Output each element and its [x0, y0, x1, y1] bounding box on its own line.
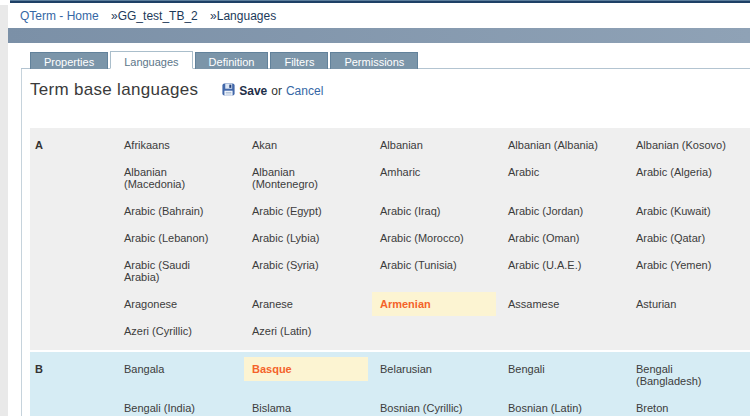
language-item[interactable]: Arabic (Bahrain) — [124, 205, 232, 217]
language-row: Arabic (Bahrain)Arabic (Egypt)Arabic (Ir… — [35, 205, 750, 217]
breadcrumb-termbase-link[interactable]: »GG_test_TB_2 — [111, 9, 198, 23]
language-item[interactable]: Arabic (Algeria) — [636, 166, 744, 190]
language-item[interactable]: Breton — [636, 402, 744, 414]
language-item[interactable]: Arabic (Saudi Arabia) — [124, 259, 232, 283]
language-item[interactable]: Amharic — [380, 166, 488, 190]
save-button[interactable]: Save — [239, 84, 267, 98]
language-item[interactable]: Azeri (Latin) — [252, 325, 360, 337]
breadcrumb-home-link[interactable]: QTerm - Home — [20, 9, 99, 23]
language-item-selected[interactable]: Basque — [244, 357, 368, 381]
language-item[interactable]: Arabic (Jordan) — [508, 205, 616, 217]
language-item[interactable]: Afrikaans — [124, 139, 232, 151]
cancel-button[interactable]: Cancel — [286, 84, 323, 98]
language-item[interactable]: Arabic (Kuwait) — [636, 205, 744, 217]
language-item[interactable]: Azeri (Cyrillic) — [124, 325, 232, 337]
language-item — [508, 325, 616, 337]
language-group-a: AAfrikaansAkanAlbanianAlbanian (Albania)… — [30, 128, 750, 350]
group-letter: A — [35, 139, 104, 151]
language-item[interactable]: Arabic (Tunisia) — [380, 259, 488, 283]
content-panel-border — [21, 69, 22, 416]
language-item — [380, 325, 488, 337]
language-item[interactable]: Arabic (Yemen) — [636, 259, 744, 283]
or-label: or — [271, 84, 282, 98]
language-item[interactable]: Arabic (Lebanon) — [124, 232, 232, 244]
header-bar — [8, 28, 750, 43]
tab-definition[interactable]: Definition — [195, 52, 269, 69]
language-item[interactable]: Aragonese — [124, 298, 232, 310]
language-item[interactable]: Bengali (Bangladesh) — [636, 363, 744, 387]
language-item[interactable]: Arabic (Morocco) — [380, 232, 488, 244]
language-item[interactable]: Bangala — [124, 363, 232, 387]
language-item[interactable]: Albanian (Macedonia) — [124, 166, 232, 190]
language-row: Arabic (Lebanon)Arabic (Lybia)Arabic (Mo… — [35, 232, 750, 244]
language-item[interactable]: Arabic (Syria) — [252, 259, 360, 283]
tab-permissions[interactable]: Permissions — [330, 52, 418, 69]
language-item[interactable]: Bosnian (Latin) — [508, 402, 616, 414]
language-item[interactable]: Arabic (Egypt) — [252, 205, 360, 217]
language-item[interactable]: Bislama — [252, 402, 360, 414]
language-item[interactable]: Bengali — [508, 363, 616, 387]
group-letter — [35, 325, 104, 337]
language-item[interactable]: Albanian (Kosovo) — [636, 139, 744, 151]
language-row: Azeri (Cyrillic)Azeri (Latin) — [35, 325, 750, 337]
left-gutter — [0, 5, 8, 416]
group-letter: B — [35, 363, 104, 387]
language-item[interactable]: Albanian (Montenegro) — [252, 166, 360, 190]
language-item[interactable]: Arabic (U.A.E.) — [508, 259, 616, 283]
breadcrumb: QTerm - Home »GG_test_TB_2 »Languages — [20, 7, 285, 25]
group-letter — [35, 205, 104, 217]
group-letter — [35, 298, 104, 310]
language-row: Albanian (Macedonia)Albanian (Montenegro… — [35, 166, 750, 190]
page-title: Term base languages — [30, 80, 198, 100]
language-group-b: BBangalaBasqueBelarusianBengaliBengali (… — [30, 352, 750, 416]
language-item[interactable]: Albanian (Albania) — [508, 139, 616, 151]
language-sections: AAfrikaansAkanAlbanianAlbanian (Albania)… — [30, 128, 750, 416]
language-item[interactable]: Akan — [252, 139, 360, 151]
tab-bar: Properties Languages Definition Filters … — [30, 52, 418, 69]
tab-filters[interactable]: Filters — [270, 52, 328, 69]
language-item[interactable]: Aranese — [252, 298, 360, 310]
language-row: BBangalaBasqueBelarusianBengaliBengali (… — [35, 363, 750, 387]
language-row: AAfrikaansAkanAlbanianAlbanian (Albania)… — [35, 139, 750, 151]
language-item[interactable]: Arabic (Iraq) — [380, 205, 488, 217]
tab-properties[interactable]: Properties — [30, 52, 108, 69]
language-item[interactable]: Bengali (India) — [124, 402, 232, 414]
top-accent-bar — [10, 0, 750, 3]
group-letter — [35, 166, 104, 190]
group-letter — [35, 259, 104, 283]
language-item[interactable]: Albanian — [380, 139, 488, 151]
save-controls: Save or Cancel — [222, 83, 323, 99]
floppy-disk-icon — [222, 83, 235, 99]
language-item[interactable]: Bosnian (Cyrillic) — [380, 402, 488, 414]
language-item[interactable]: Asturian — [636, 298, 744, 310]
language-item[interactable]: Arabic — [508, 166, 616, 190]
language-item[interactable]: Arabic (Qatar) — [636, 232, 744, 244]
page-header: Term base languages Save or Cancel — [30, 80, 323, 100]
language-item-selected[interactable]: Armenian — [372, 292, 496, 316]
breadcrumb-languages-link[interactable]: »Languages — [210, 9, 276, 23]
language-item[interactable]: Arabic (Lybia) — [252, 232, 360, 244]
language-row: AragoneseAraneseArmenianAssameseAsturian — [35, 298, 750, 310]
language-row: Arabic (Saudi Arabia)Arabic (Syria)Arabi… — [35, 259, 750, 283]
language-item[interactable]: Assamese — [508, 298, 616, 310]
language-item[interactable]: Arabic (Oman) — [508, 232, 616, 244]
language-item[interactable]: Belarusian — [380, 363, 488, 387]
language-item — [636, 325, 744, 337]
language-row: Bengali (India)BislamaBosnian (Cyrillic)… — [35, 402, 750, 414]
tab-languages[interactable]: Languages — [110, 51, 192, 69]
group-letter — [35, 402, 104, 414]
group-letter — [35, 232, 104, 244]
